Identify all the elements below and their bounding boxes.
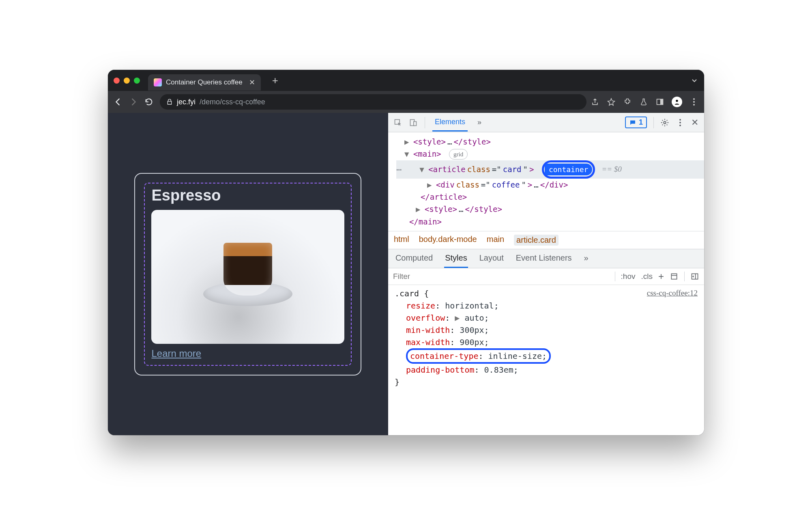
svg-point-2 <box>676 100 678 102</box>
css-prop: resize: horizontal; <box>395 300 698 312</box>
tabs-overflow-icon[interactable]: » <box>475 114 484 131</box>
profile-avatar[interactable] <box>672 97 682 107</box>
svg-rect-8 <box>414 121 417 125</box>
rule-source-link[interactable]: css-cq-coffee:12 <box>647 287 698 300</box>
tab-computed[interactable]: Computed <box>395 249 434 268</box>
cls-toggle[interactable]: .cls <box>641 272 653 281</box>
window-controls <box>114 78 140 84</box>
url-host: jec.fyi <box>177 98 195 106</box>
grid-badge[interactable]: grid <box>449 149 468 160</box>
styles-tabbar: Computed Styles Layout Event Listeners » <box>388 249 704 268</box>
reload-button[interactable] <box>144 97 156 106</box>
rule-selector: .card <box>395 289 419 298</box>
forward-button[interactable] <box>129 97 140 106</box>
selected-element-ref: == $0 <box>601 163 621 175</box>
styles-filter-input[interactable] <box>393 272 609 281</box>
svg-rect-13 <box>671 274 677 279</box>
labs-icon[interactable] <box>639 97 648 106</box>
styles-tabs-overflow-icon[interactable]: » <box>583 249 589 268</box>
browser-window: Container Queries coffee ✕ + jec.fyi/dem… <box>108 70 704 435</box>
crumb-html[interactable]: html <box>394 235 409 246</box>
breadcrumb[interactable]: html body.dark-mode main article.card <box>388 231 704 249</box>
minimize-window-icon[interactable] <box>124 78 130 84</box>
back-button[interactable] <box>114 97 125 106</box>
lock-icon <box>166 99 173 105</box>
inspect-icon[interactable] <box>394 119 402 127</box>
container-badge-highlight: container <box>542 160 595 179</box>
favicon-icon <box>154 78 162 86</box>
console-messages-badge[interactable]: 1 <box>625 117 647 128</box>
card-title: Espresso <box>151 187 344 204</box>
svg-point-9 <box>664 121 666 124</box>
styles-filter-row: :hov .cls + <box>388 268 704 285</box>
svg-point-12 <box>679 125 681 126</box>
url-path: /demo/css-cq-coffee <box>200 98 265 106</box>
svg-point-4 <box>693 101 695 103</box>
panel-icon[interactable] <box>655 97 664 106</box>
card-container-outline: Espresso Learn more <box>144 183 352 366</box>
svg-point-3 <box>693 98 695 100</box>
css-prop: max-width: 900px; <box>395 336 698 348</box>
tab-event-listeners[interactable]: Event Listeners <box>515 249 573 268</box>
container-badge[interactable]: container <box>545 164 593 175</box>
new-tab-button[interactable]: + <box>268 73 282 88</box>
tabs-dropdown-icon[interactable] <box>690 76 698 84</box>
close-tab-icon[interactable]: ✕ <box>249 78 255 87</box>
omnibox[interactable]: jec.fyi/demo/css-cq-coffee <box>160 94 586 110</box>
row-actions-icon[interactable]: ⋯ <box>396 162 402 177</box>
css-prop: min-width: 300px; <box>395 324 698 336</box>
message-count: 1 <box>639 118 643 127</box>
crumb-body[interactable]: body.dark-mode <box>419 235 477 246</box>
tab-styles[interactable]: Styles <box>444 249 468 268</box>
toolbar-actions <box>591 97 698 107</box>
page-viewport: Espresso Learn more <box>108 113 388 435</box>
hov-toggle[interactable]: :hov <box>621 272 636 281</box>
tab-elements[interactable]: Elements <box>432 114 468 132</box>
dom-row-selected: ⋯ ▼<article class="card"> container == $… <box>396 160 704 179</box>
tab-title: Container Queries coffee <box>166 78 243 86</box>
dom-tree[interactable]: ▶<style>…</style> ▼<main> grid ⋯ ▼<artic… <box>388 132 704 231</box>
css-rules[interactable]: .card { css-cq-coffee:12 resize: horizon… <box>388 285 704 435</box>
svg-point-5 <box>693 104 695 106</box>
close-window-icon[interactable] <box>114 78 120 84</box>
share-icon[interactable] <box>591 97 599 106</box>
browser-toolbar: jec.fyi/demo/css-cq-coffee <box>108 91 704 113</box>
tab-bar: Container Queries coffee ✕ + <box>108 70 704 91</box>
devtools-kebab-icon[interactable] <box>676 118 685 127</box>
svg-point-10 <box>679 119 681 121</box>
svg-rect-1 <box>660 99 663 104</box>
close-devtools-icon[interactable]: ✕ <box>691 117 698 128</box>
card: Espresso Learn more <box>134 173 361 376</box>
browser-tab[interactable]: Container Queries coffee ✕ <box>148 74 261 91</box>
device-toggle-icon[interactable] <box>409 119 417 127</box>
svg-point-11 <box>679 122 681 123</box>
new-rule-button[interactable]: + <box>658 271 664 282</box>
settings-icon[interactable] <box>660 118 669 127</box>
tab-layout[interactable]: Layout <box>479 249 505 268</box>
css-prop: padding-bottom: 0.83em; <box>395 364 698 376</box>
crumb-main[interactable]: main <box>487 235 504 246</box>
computed-styles-icon[interactable] <box>670 272 679 281</box>
kebab-menu-icon[interactable] <box>690 97 698 106</box>
css-prop: overflow: ▶ auto; <box>395 312 698 324</box>
extensions-icon[interactable] <box>623 97 632 106</box>
toggle-sidebar-icon[interactable] <box>690 272 699 281</box>
content-area: Espresso Learn more Elements » <box>108 113 704 435</box>
css-prop-highlighted: container-type: inline-size; <box>395 348 698 364</box>
bookmark-icon[interactable] <box>607 97 616 106</box>
learn-more-link[interactable]: Learn more <box>151 348 201 359</box>
coffee-image <box>151 210 344 344</box>
devtools-panel: Elements » 1 ✕ ▶<style>…</style> ▼<main>… <box>388 113 704 435</box>
devtools-tabbar: Elements » 1 ✕ <box>388 113 704 132</box>
maximize-window-icon[interactable] <box>134 78 140 84</box>
crumb-article[interactable]: article.card <box>514 235 559 246</box>
